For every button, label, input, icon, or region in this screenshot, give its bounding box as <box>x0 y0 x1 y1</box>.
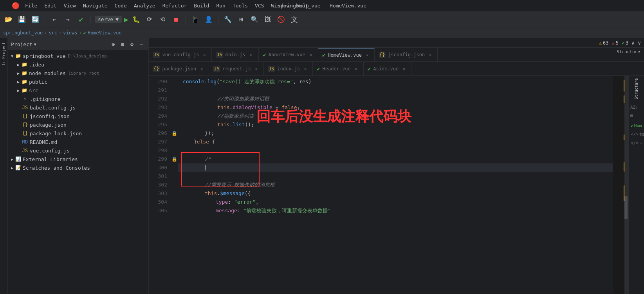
menu-view[interactable]: View <box>61 2 79 9</box>
tab-about-view[interactable]: ✔ AboutView.vue × <box>259 48 318 62</box>
tree-scratches[interactable]: ▶ 📝 Scratches and Consoles <box>8 163 148 172</box>
tab-jsconfig-json-close[interactable]: × <box>427 52 433 58</box>
tree-package[interactable]: {} package.json <box>8 120 148 129</box>
play-btn[interactable]: ▶ <box>124 15 128 23</box>
tab-request-js-close[interactable]: × <box>253 66 260 72</box>
tab-vue-config[interactable]: JS vue.config.js × <box>149 48 212 62</box>
tree-public[interactable]: ▶ 📁 public <box>8 77 148 86</box>
tab-package-json-icon: {} <box>153 66 160 72</box>
save-btn[interactable]: 💾 <box>16 14 27 25</box>
tree-readme[interactable]: MD README.md <box>8 138 148 146</box>
menu-help[interactable]: Help <box>294 2 312 9</box>
menu-vcs[interactable]: VCS <box>252 2 267 9</box>
profile-btn[interactable]: 👤 <box>203 14 214 25</box>
settings-btn[interactable]: 🔧 <box>222 14 233 25</box>
run-config-selector[interactable]: serve ▼ <box>95 16 122 23</box>
tree-node-modules[interactable]: ▶ 📁 node_modules library root <box>8 69 148 77</box>
menu-window[interactable]: Window <box>268 2 293 9</box>
tree-vueconfig[interactable]: JS vue.config.js <box>8 146 148 155</box>
tab-main-js-close[interactable]: × <box>247 52 254 58</box>
menu-build[interactable]: Build <box>191 2 212 9</box>
add-btn[interactable]: ⊕ <box>109 40 117 48</box>
menu-code[interactable]: Code <box>112 2 130 9</box>
debug-btn[interactable]: 🐛 <box>131 14 142 25</box>
tree-idea-label: .idea <box>29 62 44 68</box>
gear-btn[interactable]: ⚙ <box>128 40 136 48</box>
tab-package-json[interactable]: {} package.json × <box>149 62 209 76</box>
tree-extlibs[interactable]: ▶ 📊 External Libraries <box>8 155 148 163</box>
sync-btn[interactable]: 🔄 <box>30 14 41 25</box>
menu-edit[interactable]: Edit <box>41 2 60 9</box>
tab-header-vue-close[interactable]: × <box>353 66 359 72</box>
forward-btn[interactable]: → <box>62 14 73 25</box>
back-btn[interactable]: ← <box>49 14 60 25</box>
structure-panel-btn[interactable]: Structure <box>613 48 644 56</box>
device-btn[interactable]: 📱 <box>190 14 201 25</box>
tree-idea[interactable]: ▶ 📁 .idea <box>8 60 148 69</box>
tab-index-js[interactable]: JS index.js × <box>264 62 313 76</box>
more-run-btn[interactable]: ⟲ <box>157 14 168 25</box>
search-btn[interactable]: 🔍 <box>249 14 260 25</box>
tree-gitignore[interactable]: ⚡ .gitignore <box>8 95 148 103</box>
tab-package-json-close[interactable]: × <box>198 66 205 72</box>
scroll-thumb[interactable] <box>624 196 628 219</box>
tree-jsconfig[interactable]: {} jsconfig.json <box>8 112 148 120</box>
menu-analyze[interactable]: Analyze <box>131 2 159 9</box>
tab-header-vue[interactable]: ✔ Header.vue × <box>313 62 364 76</box>
scroll-track[interactable] <box>624 76 628 294</box>
structure-item-hom[interactable]: ✔Hom <box>631 121 642 130</box>
tree-packagelock[interactable]: {} package-lock.json <box>8 129 148 138</box>
tab-request-js[interactable]: JS request.js × <box>209 62 264 76</box>
tab-home-view-close[interactable]: × <box>364 52 370 58</box>
minimize-btn[interactable]: — <box>137 40 145 48</box>
menu-file[interactable]: File <box>22 2 40 9</box>
breadcrumb-src[interactable]: src <box>49 30 57 36</box>
structure-sort-btn[interactable]: AZ↓ <box>629 103 644 111</box>
tab-jsconfig-json-label: jsconfig.json <box>388 52 425 57</box>
tab-about-view-close[interactable]: × <box>308 52 314 58</box>
structure-item-te[interactable]: </>te <box>631 130 642 138</box>
menu-run[interactable]: Run <box>213 2 228 9</box>
breadcrumb-file[interactable]: HomeView.vue <box>88 30 122 36</box>
structure-btn[interactable]: ≡ <box>119 40 126 48</box>
tree-src[interactable]: ▶ 📁 src <box>8 86 148 95</box>
tree-babel[interactable]: JS babel.config.js <box>8 103 148 112</box>
translate-btn[interactable]: 文 <box>289 14 300 25</box>
breadcrumb-views[interactable]: views <box>63 30 77 36</box>
sidebar-header: Project ▼ ⊕ ≡ ⚙ — <box>8 38 148 50</box>
tab-vue-config-close[interactable]: × <box>201 52 207 58</box>
code-line-303: this.$message({ <box>178 189 613 198</box>
structure-item-s[interactable]: </>s <box>631 138 642 147</box>
tab-header-vue-icon: ✔ <box>317 66 320 72</box>
menu-tools[interactable]: Tools <box>229 2 251 9</box>
editor-content[interactable]: 290 291 292 293 294 295 296 297 298 299 … <box>149 76 644 294</box>
tree-root[interactable]: ▼ 📁 springboot_vue D:\Java_develop <box>8 52 148 60</box>
menu-navigate[interactable]: Navigate <box>80 2 111 9</box>
ok-count: 3 <box>626 40 628 46</box>
structure-expand-btn[interactable]: ⊞ <box>629 111 644 120</box>
code-line-292: //关闭添加家居对话框 <box>178 95 613 103</box>
breadcrumb-root[interactable]: springboot_vue <box>3 30 43 36</box>
bookmark-btn[interactable]: ✔ <box>76 14 87 25</box>
tab-index-js-close[interactable]: × <box>302 66 308 72</box>
code-editor[interactable]: 回车后没生成注释代码块 console.log("save() 走的添加功能 r… <box>178 76 613 294</box>
collapse-btn[interactable]: ∧ <box>631 40 635 46</box>
tree-node-modules-label: node_modules <box>29 70 66 76</box>
sidebar-actions: ⊕ ≡ ⚙ — <box>109 40 145 48</box>
tab-jsconfig-json[interactable]: {} jsconfig.json × <box>375 48 438 62</box>
expand-btn[interactable]: ∨ <box>638 40 641 46</box>
code-line-299: /* <box>178 155 613 163</box>
menu-refactor[interactable]: Refactor <box>159 2 190 9</box>
tab-aside-vue-close[interactable]: × <box>401 66 407 72</box>
preview-btn[interactable]: 🖼 <box>262 14 273 25</box>
open-folder-btn[interactable]: 📂 <box>3 14 14 25</box>
project-chevron[interactable]: ▼ <box>34 42 36 47</box>
tab-home-view[interactable]: ✔ HomeView.vue × <box>318 48 375 62</box>
stop-btn[interactable]: ■ <box>171 14 182 25</box>
tab-main-js[interactable]: JS main.js × <box>212 48 259 62</box>
project-indicator[interactable]: 1: Project <box>2 42 6 66</box>
tab-aside-vue[interactable]: ✔ Aside.vue × <box>364 62 411 76</box>
layout-btn[interactable]: ⊞ <box>236 14 247 25</box>
coverage-btn[interactable]: ⟳ <box>144 14 155 25</box>
no-btn[interactable]: 🚫 <box>276 14 287 25</box>
